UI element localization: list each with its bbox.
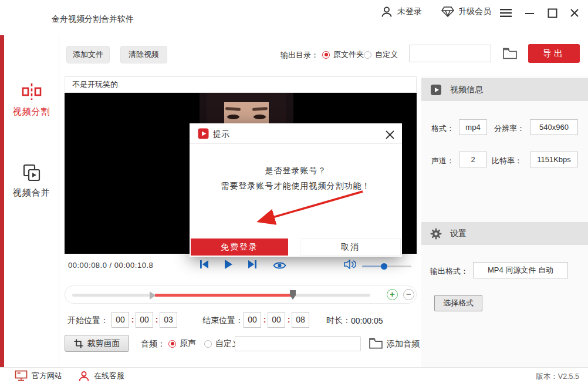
clear-video-button[interactable]: 清除视频 [120,46,167,63]
volume-button[interactable] [343,259,356,270]
sidebar-item-video-split[interactable]: 视频分割 [4,82,59,117]
output-original-radio[interactable]: 原文件夹 [322,49,364,60]
login-button[interactable]: 未登录 [380,5,422,18]
end-seconds-input[interactable]: 08 [292,312,309,328]
sidebar-item-video-merge[interactable]: 视频合并 [4,163,59,199]
add-audio-button[interactable] [369,337,383,349]
sidebar-item-label: 视频合并 [4,187,59,199]
sidebar-accent-strip [0,26,4,367]
start-minutes-input[interactable]: 00 [136,312,153,328]
video-info-title: 视频信息 [450,85,483,95]
online-support-label: 在线客服 [94,371,124,381]
radio-selected-icon [168,340,176,348]
format-value: mp4 [459,119,487,135]
audio-path-input[interactable] [235,336,361,351]
maximize-button[interactable] [545,5,560,21]
version-label: 版本：V2.5.5 [536,372,579,382]
time-separator: : [130,315,135,324]
sidebar-item-label: 视频分割 [4,106,59,117]
audio-original-radio[interactable]: 原声 [168,338,196,349]
settings-header: 设置 [421,222,588,245]
crop-screen-button[interactable]: 裁剪画面 [65,335,129,352]
close-button[interactable] [567,5,582,21]
resolution-value: 540x960 [530,119,578,135]
time-separator: : [154,315,159,324]
menu-button[interactable] [498,5,513,21]
online-support-link[interactable]: 在线客服 [78,370,124,382]
minimize-button[interactable] [522,5,538,21]
dialog-message-line2: 需要登录账号才能使用视频分割功能！ [190,181,402,192]
timeline-selection[interactable] [155,294,292,297]
timeline-seek-handle[interactable] [290,290,296,300]
statusbar: 官方网站 在线客服 版本：V2.5.5 [0,367,588,383]
gear-icon [430,228,442,240]
clear-video-label: 清除视频 [129,49,159,60]
start-hours-input[interactable]: 00 [111,312,129,328]
select-format-button[interactable]: 选择格式 [434,295,482,311]
official-website-link[interactable]: 官方网站 [15,370,62,381]
add-audio-label[interactable]: 添加音频 [387,339,420,350]
output-format-value: MP4 同源文件 自动 [473,262,568,278]
dialog-close-button[interactable] [383,128,396,141]
output-format-label: 输出格式： [430,266,468,277]
cancel-button[interactable]: 取消 [300,238,401,256]
folder-icon [502,47,518,59]
upgrade-label: 升级会员 [458,6,491,17]
end-hours-input[interactable]: 00 [244,312,261,328]
channels-label: 声道： [431,156,454,166]
radio-selected-icon [322,51,330,59]
right-panel: 视频信息 格式： mp4 分辨率： 540x960 声道： 2 比特率： 115… [421,76,588,367]
export-label: 导出 [543,48,565,59]
audio-label: 音频： [141,339,165,350]
dialog-titlebar: 提示 [190,123,402,144]
output-custom-label: 自定义 [375,49,398,60]
duration-display: 时长： 00:00:05 [326,315,383,326]
free-login-button[interactable]: 免费登录 [191,238,288,256]
output-path-input[interactable] [409,45,491,62]
timeline-zoom-in-button[interactable]: + [387,289,398,300]
video-title-bar: 不是开玩笑的 [65,76,417,93]
official-website-label: 官方网站 [32,371,62,381]
eye-shape [254,115,266,119]
radio-unselected-icon [204,340,212,348]
timeline-zoom-out-button[interactable]: − [403,289,414,300]
folder-icon [369,337,383,349]
play-button[interactable] [223,258,234,270]
sidebar: 视频分割 视频合并 [4,26,59,367]
skip-back-icon [198,259,210,270]
hamburger-icon [500,8,512,18]
dialog-message-line1: 是否登录账号？ [190,166,402,176]
previous-frame-button[interactable] [198,259,210,270]
video-split-icon [4,82,59,101]
time-separator: : [262,315,267,324]
eye-icon [272,261,287,270]
timeline-start-handle[interactable] [150,291,156,300]
add-file-label: 添加文件 [73,49,103,60]
time-separator: : [286,315,291,324]
settings-title: 设置 [450,229,467,239]
crop-icon [74,339,83,348]
preview-toggle-button[interactable] [272,261,287,270]
bitrate-label: 比特率： [492,156,522,166]
next-frame-button[interactable] [246,259,258,270]
start-seconds-input[interactable]: 03 [160,312,177,328]
diamond-icon [441,6,454,18]
export-button[interactable]: 导出 [528,44,580,63]
audio-original-label: 原声 [180,338,196,349]
browse-output-folder-button[interactable] [502,47,518,59]
radio-unselected-icon [364,51,371,59]
start-position-label: 开始位置： [67,315,109,326]
video-info-icon [430,84,442,96]
maximize-icon [548,8,557,18]
bitrate-value: 1151Kbps [530,152,578,167]
app-title: 金舟视频分割合并软件 [52,14,134,25]
free-login-label: 免费登录 [221,242,258,253]
volume-slider-handle[interactable] [381,263,387,270]
titlebar: 金舟视频分割合并软件 未登录 升级会员 [0,0,588,35]
end-minutes-input[interactable]: 00 [268,312,285,328]
close-icon [570,8,579,18]
add-file-button[interactable]: 添加文件 [66,46,110,63]
upgrade-member-button[interactable]: 升级会员 [441,6,491,18]
output-custom-radio[interactable]: 自定义 [364,49,398,60]
user-icon [380,5,393,18]
